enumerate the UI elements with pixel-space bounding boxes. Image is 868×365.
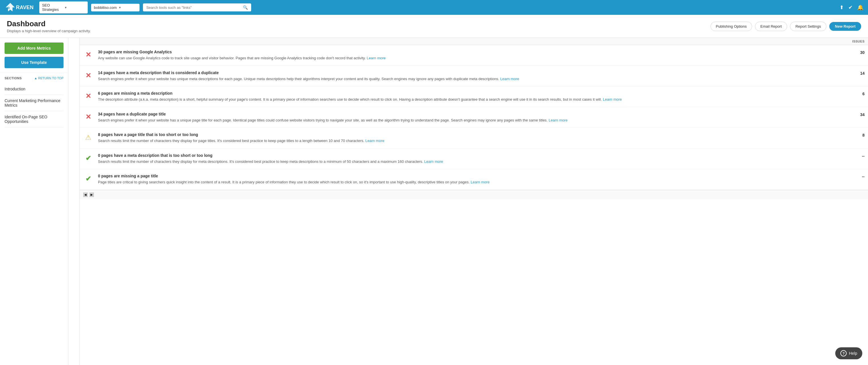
issue-title: 30 pages are missing Google Analytics (98, 50, 851, 54)
issue-title: 0 pages have a meta description that is … (98, 153, 851, 158)
table-row: ✕ 6 pages are missing a meta description… (80, 86, 868, 107)
issue-title: 34 pages have a duplicate page title (98, 112, 851, 116)
content-area: ISSUES ✕ 30 pages are missing Google Ana… (68, 38, 868, 365)
issues-table: ISSUES ✕ 30 pages are missing Google Ana… (80, 38, 868, 365)
issue-description: The description attribute (a.k.a. meta d… (98, 97, 851, 102)
search-bar[interactable]: 🔍 (143, 3, 251, 11)
issue-description: Page titles are critical to giving searc… (98, 179, 851, 185)
search-icon: 🔍 (243, 5, 248, 10)
strategy-select[interactable]: SEO Strategies ▼ (39, 1, 88, 13)
table-row: ⚠ 8 pages have a page title that is too … (80, 128, 868, 148)
table-row: ✔ 0 pages have a meta description that i… (80, 148, 868, 169)
learn-more-link[interactable]: Learn more (365, 139, 384, 143)
page-subtitle: Displays a high-level overview of campai… (7, 29, 91, 33)
ok-icon: ✔ (83, 174, 93, 184)
dashboard-title: Dashboard Displays a high-level overview… (7, 19, 91, 33)
issue-content: 6 pages are missing a meta description T… (98, 91, 851, 102)
issue-content: 34 pages have a duplicate page title Sea… (98, 112, 851, 123)
table-header: ISSUES (80, 38, 868, 45)
table-row: ✕ 14 pages have a meta description that … (80, 66, 868, 87)
error-icon: ✕ (83, 112, 93, 122)
issue-count: 14 (856, 71, 865, 76)
bell-icon[interactable]: 🔔 (857, 4, 863, 10)
logo-text: RAVEN (16, 5, 34, 10)
sections-header: SECTIONS ▲ RETURN TO TOP (5, 77, 63, 80)
issue-count: 34 (856, 112, 865, 117)
learn-more-link[interactable]: Learn more (367, 56, 385, 60)
main-layout: Add More Metrics Use Template SECTIONS ▲… (0, 38, 868, 365)
domain-select[interactable]: bobbitiso.com ▼ (91, 4, 140, 11)
issue-count: 6 (856, 91, 865, 96)
table-row: ✕ 34 pages have a duplicate page title S… (80, 107, 868, 128)
help-label: Help (849, 351, 857, 356)
dashboard-header: Dashboard Displays a high-level overview… (0, 15, 868, 38)
domain-select-arrow: ▼ (119, 6, 137, 9)
logo: R RAVEN (5, 2, 34, 13)
report-settings-button[interactable]: Report Settings (790, 22, 827, 31)
sidebar-buttons: Add More Metrics Use Template (0, 38, 68, 73)
tasks-icon[interactable]: ✔ (848, 4, 852, 10)
top-navigation: R RAVEN SEO Strategies ▼ bobbitiso.com ▼… (0, 0, 868, 15)
issue-content: 14 pages have a meta description that is… (98, 71, 851, 82)
new-report-button[interactable]: New Report (829, 22, 861, 31)
scroll-right-button[interactable]: ▶ (89, 193, 94, 197)
sidebar-item-seo-opportunities[interactable]: Identified On-Page SEO Opportunities (5, 111, 63, 128)
issues-column-header: ISSUES (852, 39, 865, 43)
raven-logo-icon: R (5, 2, 16, 13)
sidebar-item-introduction-label: Introduction (5, 87, 25, 91)
publishing-options-button[interactable]: Publishing Options (711, 22, 752, 31)
warning-icon: ⚠ (83, 132, 93, 143)
issue-content: 30 pages are missing Google Analytics An… (98, 50, 851, 61)
sidebar-item-marketing-metrics-label: Current Marketing Performance Metrics (5, 99, 60, 108)
sidebar-item-marketing-metrics[interactable]: Current Marketing Performance Metrics (5, 95, 63, 111)
sidebar-sections: SECTIONS ▲ RETURN TO TOP Introduction Cu… (0, 73, 68, 130)
issue-description: Search engines prefer it when your websi… (98, 117, 851, 123)
scroll-left-button[interactable]: ◀ (83, 193, 88, 197)
issue-count: 8 (856, 132, 865, 137)
sidebar-item-introduction[interactable]: Introduction (5, 83, 63, 95)
sidebar-item-seo-opportunities-label: Identified On-Page SEO Opportunities (5, 115, 47, 124)
issue-title: 14 pages have a meta description that is… (98, 71, 851, 75)
table-footer: ◀ ▶ (80, 190, 868, 199)
learn-more-link[interactable]: Learn more (603, 97, 622, 102)
issue-description: Search results limit the number of chara… (98, 159, 851, 165)
issue-count: -- (856, 174, 865, 179)
svg-marker-0 (6, 3, 15, 11)
strategy-select-arrow: ▼ (64, 6, 85, 9)
sections-label: SECTIONS (5, 77, 22, 80)
add-metrics-button[interactable]: Add More Metrics (5, 43, 63, 54)
issue-content: 8 pages have a page title that is too sh… (98, 132, 851, 144)
left-divider (68, 38, 80, 365)
issue-title: 8 pages have a page title that is too sh… (98, 132, 851, 137)
upload-icon[interactable]: ⬆ (839, 4, 844, 10)
table-row: ✕ 30 pages are missing Google Analytics … (80, 45, 868, 66)
issue-content: 0 pages have a meta description that is … (98, 153, 851, 165)
domain-select-value: bobbitiso.com (94, 5, 117, 10)
learn-more-link[interactable]: Learn more (549, 118, 567, 122)
strategy-select-value: SEO Strategies (42, 3, 63, 12)
issue-title: 6 pages are missing a meta description (98, 91, 851, 95)
issue-count: -- (856, 153, 865, 158)
ok-icon: ✔ (83, 153, 93, 163)
header-buttons: Publishing Options Email Report Report S… (711, 22, 861, 31)
error-icon: ✕ (83, 71, 93, 81)
issue-description: Search results limit the number of chara… (98, 138, 851, 144)
email-report-button[interactable]: Email Report (755, 22, 787, 31)
issue-content: 0 pages are missing a page title Page ti… (98, 174, 851, 185)
learn-more-link[interactable]: Learn more (500, 77, 519, 81)
issue-description: Any website can use Google Analytics cod… (98, 55, 851, 61)
error-icon: ✕ (83, 50, 93, 60)
learn-more-link[interactable]: Learn more (471, 180, 490, 184)
return-to-top-link[interactable]: ▲ RETURN TO TOP (34, 77, 63, 80)
svg-text:R: R (7, 6, 10, 10)
search-input[interactable] (146, 5, 241, 10)
page-title: Dashboard (7, 19, 91, 28)
issue-description: Search engines prefer it when your websi… (98, 76, 851, 82)
help-button[interactable]: ? Help (835, 347, 862, 359)
use-template-button[interactable]: Use Template (5, 57, 63, 68)
learn-more-link[interactable]: Learn more (424, 160, 443, 164)
table-row: ✔ 0 pages are missing a page title Page … (80, 169, 868, 190)
issue-title: 0 pages are missing a page title (98, 174, 851, 178)
error-icon: ✕ (83, 91, 93, 101)
help-circle-icon: ? (840, 350, 847, 357)
